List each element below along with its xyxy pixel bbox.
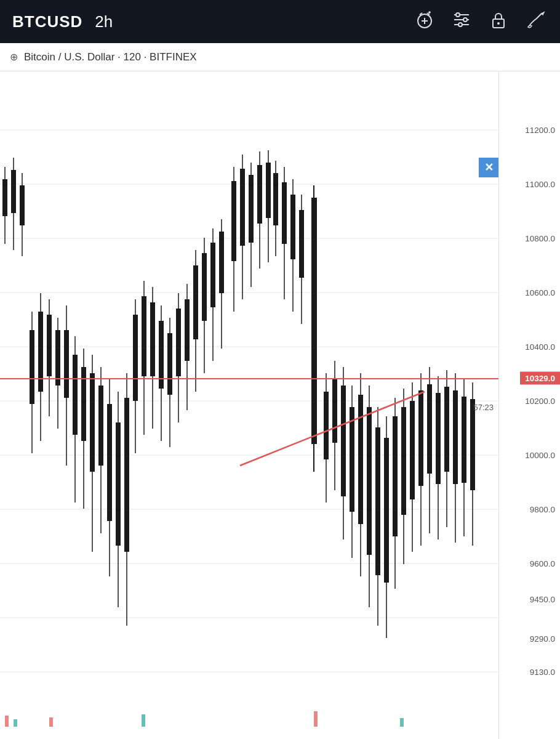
svg-rect-112 (375, 427, 380, 575)
price-label-9450: 9450.0 (530, 595, 555, 604)
svg-rect-124 (427, 384, 432, 474)
timeframe-label: 2h (95, 12, 113, 31)
svg-rect-34 (30, 330, 34, 404)
svg-rect-128 (444, 387, 449, 472)
timer-label: 57:23 (473, 403, 494, 412)
svg-rect-98 (311, 198, 317, 444)
svg-rect-36 (38, 312, 43, 392)
svg-rect-108 (358, 395, 363, 524)
svg-rect-32 (20, 185, 25, 225)
svg-rect-48 (90, 373, 95, 472)
svg-rect-86 (257, 165, 262, 224)
svg-rect-78 (219, 232, 224, 293)
volume-bar-4 (142, 714, 145, 727)
settings-icon[interactable] (452, 10, 471, 34)
svg-rect-54 (116, 422, 121, 546)
price-label-10800: 10800.0 (525, 234, 555, 243)
svg-rect-38 (47, 315, 52, 376)
svg-rect-80 (231, 181, 236, 261)
chart-svg (0, 71, 498, 739)
svg-rect-74 (202, 253, 207, 321)
svg-rect-28 (2, 179, 7, 216)
svg-rect-122 (418, 390, 423, 486)
expand-icon[interactable]: ⊕ (10, 51, 18, 63)
svg-point-12 (458, 23, 462, 26)
svg-rect-100 (324, 392, 329, 459)
svg-rect-134 (470, 399, 475, 490)
svg-rect-114 (384, 438, 389, 583)
svg-rect-88 (266, 163, 271, 218)
chart-title: Bitcoin / U.S. Dollar · 120 · BITFINEX (24, 51, 197, 63)
svg-rect-102 (332, 378, 337, 443)
svg-rect-60 (142, 296, 146, 376)
svg-rect-42 (64, 330, 69, 398)
volume-bar-3 (49, 717, 53, 727)
price-label-10000: 10000.0 (525, 451, 555, 460)
volume-bar-6 (400, 718, 404, 727)
svg-rect-92 (282, 182, 287, 244)
horizontal-red-line (0, 378, 498, 379)
volume-bar-2 (14, 719, 17, 727)
svg-point-8 (456, 13, 460, 17)
svg-rect-68 (176, 309, 181, 376)
svg-rect-84 (249, 175, 254, 243)
svg-rect-76 (210, 243, 215, 307)
svg-rect-120 (410, 401, 415, 499)
price-label-10400: 10400.0 (525, 342, 555, 352)
svg-rect-116 (393, 416, 398, 536)
price-label-10600: 10600.0 (525, 288, 555, 297)
price-label-9130: 9130.0 (530, 668, 555, 677)
svg-point-10 (463, 18, 467, 22)
svg-rect-72 (193, 265, 198, 339)
svg-rect-58 (133, 315, 138, 401)
current-price-value: 10329.0 (525, 374, 555, 383)
svg-rect-40 (55, 330, 60, 386)
header-left: BTCUSD 2h (12, 12, 113, 31)
svg-rect-62 (150, 302, 155, 376)
header: BTCUSD 2h (0, 0, 560, 43)
symbol-label: BTCUSD (12, 12, 82, 31)
brush-icon[interactable] (526, 10, 548, 34)
lock-icon[interactable] (489, 10, 508, 34)
subtitle-bar: ⊕ Bitcoin / U.S. Dollar · 120 · BITFINEX (0, 43, 560, 71)
svg-rect-126 (436, 393, 441, 484)
svg-rect-130 (453, 390, 458, 484)
volume-bar-5 (314, 711, 318, 727)
svg-rect-30 (11, 170, 16, 213)
svg-point-14 (497, 22, 500, 25)
alarm-add-icon[interactable] (415, 10, 434, 34)
svg-rect-44 (73, 355, 78, 435)
svg-rect-82 (240, 169, 245, 246)
chart-container: ✕ (0, 71, 560, 739)
price-label-9800: 9800.0 (530, 505, 555, 514)
svg-rect-118 (401, 407, 406, 515)
price-label-11200: 11200.0 (525, 126, 555, 135)
svg-rect-96 (299, 210, 304, 278)
svg-rect-104 (341, 386, 346, 496)
close-button[interactable]: ✕ (479, 158, 498, 177)
svg-rect-70 (185, 299, 190, 361)
volume-bar-1 (5, 716, 9, 727)
svg-rect-106 (350, 407, 354, 512)
price-label-9600: 9600.0 (530, 559, 555, 568)
svg-rect-132 (462, 397, 466, 483)
svg-rect-52 (107, 404, 112, 521)
price-label-10200: 10200.0 (525, 397, 555, 406)
svg-rect-90 (273, 173, 278, 225)
svg-rect-66 (167, 333, 172, 395)
svg-rect-50 (98, 386, 103, 466)
current-price-badge: 10329.0 (520, 372, 560, 385)
price-label-11000: 11000.0 (525, 180, 555, 189)
svg-rect-110 (367, 407, 372, 555)
svg-rect-94 (290, 195, 295, 259)
header-icons (415, 10, 548, 34)
price-label-9290: 9290.0 (530, 634, 555, 644)
svg-rect-56 (124, 398, 129, 552)
